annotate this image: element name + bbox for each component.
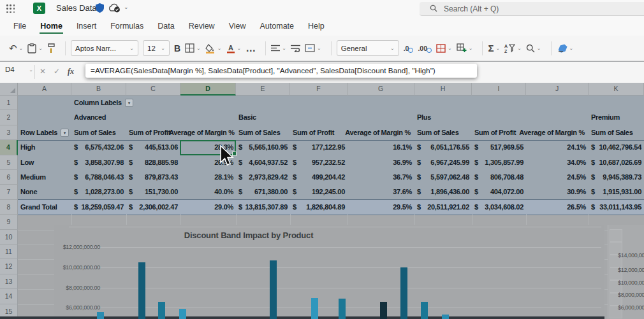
pivot-cell-H6[interactable]: $5,597,062.48 <box>414 170 472 185</box>
bold-button[interactable]: B <box>174 43 180 53</box>
column-header-I[interactable]: I <box>472 83 526 96</box>
column-header-D[interactable]: D <box>180 83 236 96</box>
row-header-10[interactable]: 10 <box>0 230 18 245</box>
find-button[interactable]: ⌄ <box>526 44 541 53</box>
pivot-cell-J5[interactable]: 34.0% <box>526 155 589 170</box>
pivot-cell-B5[interactable]: $3,858,307.98 <box>71 155 126 170</box>
font-color-button[interactable]: A ⌄ <box>226 43 242 53</box>
pivot-cell-I6[interactable]: $806,708.48 <box>472 170 526 185</box>
pivot-cell-E8[interactable]: $13,815,307.89 <box>236 200 290 215</box>
pivot-cell-E7[interactable]: $671,380.00 <box>236 185 290 199</box>
cancel-icon[interactable]: ✕ <box>40 67 46 76</box>
column-header-J[interactable]: J <box>526 83 589 96</box>
column-header-C[interactable]: C <box>126 83 180 96</box>
format-painter-button[interactable] <box>47 43 55 53</box>
more-font-options-button[interactable]: … <box>245 43 256 54</box>
document-title[interactable]: Sales Data <box>56 3 97 13</box>
pivot-cell-K5[interactable]: $10,687,026.69 <box>589 155 644 170</box>
pivot-cell-G7[interactable]: 37.6% <box>348 185 414 199</box>
chart-bar[interactable] <box>270 260 277 319</box>
menu-home[interactable]: Home <box>33 17 70 36</box>
column-header-A[interactable]: A <box>18 83 71 96</box>
menu-data[interactable]: Data <box>150 17 181 36</box>
row-header-3[interactable]: 3 <box>0 125 18 140</box>
search-box[interactable]: Search (Alt + Q) <box>420 2 644 16</box>
pivot-cell-F6[interactable]: $499,204.42 <box>290 170 348 185</box>
autosum-button[interactable]: Σ⌄ <box>488 43 500 53</box>
filter-dropdown-icon[interactable]: ▾ <box>61 129 69 137</box>
pivot-cell-J8[interactable]: 26.5% <box>526 200 589 215</box>
number-format-select[interactable]: General⌄ <box>337 40 399 56</box>
formula-input[interactable]: =AVERAGE(SalesData[Margin %], SalesData[… <box>85 64 477 78</box>
pivot-cell-F4[interactable]: $177,122.95 <box>290 140 348 155</box>
pivot-cell-D6[interactable]: 28.1% <box>180 170 236 185</box>
row-header-12[interactable]: 12 <box>0 259 18 274</box>
chart-bar[interactable] <box>421 302 428 319</box>
pivot-cell-E6[interactable]: $2,973,829.42 <box>236 170 290 185</box>
pivot-cell-F5[interactable]: $957,232.52 <box>290 155 348 170</box>
pivot-cell-J4[interactable]: 24.1% <box>526 140 589 155</box>
pivot-cell-E4[interactable]: $5,565,160.95 <box>236 140 290 155</box>
decrease-decimal-button[interactable]: .0 <box>404 45 414 52</box>
column-header-E[interactable]: E <box>236 83 290 96</box>
pivot-cell-G8[interactable]: 29.5% <box>348 200 414 215</box>
chart-bar[interactable] <box>400 267 407 319</box>
menu-insert[interactable]: Insert <box>70 17 103 36</box>
pivot-cell-D7[interactable]: 40.0% <box>180 185 236 199</box>
chart-bar[interactable] <box>138 262 145 319</box>
menu-view[interactable]: View <box>222 17 253 36</box>
column-header-H[interactable]: H <box>414 83 472 96</box>
menu-review[interactable]: Review <box>182 17 222 36</box>
cloud-saved-icon[interactable] <box>108 3 121 15</box>
undo-button[interactable]: ↶⌄ <box>9 43 23 54</box>
pivot-row-label-grand-total[interactable]: Grand Total <box>20 200 57 215</box>
pivot-cell-J7[interactable]: 30.9% <box>526 185 589 199</box>
pivot-row-label-none[interactable]: None <box>20 185 37 199</box>
pivot-cell-C4[interactable]: $445,513.06 <box>126 140 180 155</box>
enter-icon[interactable]: ✓ <box>54 67 60 76</box>
insert-cells-button[interactable]: ⌄ <box>457 43 473 53</box>
pivot-cell-H5[interactable]: $6,967,245.99 <box>414 155 472 170</box>
sensitivity-shield-icon[interactable] <box>96 3 104 15</box>
pivot-cell-G5[interactable]: 36.9% <box>348 155 414 170</box>
pivot-cell-C5[interactable]: $828,885.98 <box>126 155 180 170</box>
pivot-cell-H7[interactable]: $1,896,436.00 <box>414 185 472 199</box>
row-header-13[interactable]: 13 <box>0 274 18 289</box>
column-header-G[interactable]: G <box>348 83 414 96</box>
chart-bar[interactable] <box>158 302 165 319</box>
pivot-cell-I4[interactable]: $517,969.55 <box>472 140 526 155</box>
pivot-cell-C8[interactable]: $2,306,002.47 <box>126 200 180 215</box>
pivot-cell-F7[interactable]: $192,245.00 <box>290 185 348 199</box>
pivot-cell-F8[interactable]: $1,826,804.89 <box>290 200 348 215</box>
pivot-cell-C7[interactable]: $151,730.00 <box>126 185 180 199</box>
pivot-cell-I5[interactable]: $1,305,857.99 <box>472 155 526 170</box>
font-name-select[interactable]: Aptos Narr...⌄ <box>71 40 138 56</box>
menu-automate[interactable]: Automate <box>253 17 302 36</box>
column-header-F[interactable]: F <box>290 83 348 96</box>
name-box[interactable]: D4⌄ <box>5 66 33 73</box>
pivot-cell-J6[interactable]: 24.5% <box>526 170 589 185</box>
row-header-5[interactable]: 5 <box>0 155 18 170</box>
pivot-row-label-low[interactable]: Low <box>20 155 34 170</box>
column-header-B[interactable]: B <box>71 83 126 96</box>
pivot-cell-K6[interactable]: $9,945,389.73 <box>589 170 644 185</box>
menu-help[interactable]: Help <box>301 17 332 36</box>
fill-color-button[interactable]: ⌄ <box>205 43 222 53</box>
row-header-4[interactable]: 4 <box>0 140 18 155</box>
paste-button[interactable]: ⌄ <box>27 43 43 53</box>
pivot-cell-B4[interactable]: $6,575,432.06 <box>71 140 126 155</box>
merge-cells-button[interactable]: ⌄ <box>305 44 321 52</box>
pivot-column-labels-cell[interactable]: Column Labels▾ <box>74 96 133 110</box>
pivot-cell-E5[interactable]: $4,604,937.52 <box>236 155 290 170</box>
pivot-cell-B6[interactable]: $6,788,046.43 <box>71 170 126 185</box>
pivot-cell-K7[interactable]: $1,915,931.00 <box>589 185 644 199</box>
pivot-cell-K8[interactable]: $33,011,143.95 <box>589 200 644 215</box>
chart-bar[interactable] <box>311 298 318 319</box>
pivot-cell-D8[interactable]: 29.0% <box>180 200 236 215</box>
align-button[interactable]: ⌄ <box>271 45 286 52</box>
pivot-cell-B8[interactable]: $18,259,059.47 <box>71 200 126 215</box>
chart-bar[interactable] <box>179 309 186 319</box>
row-header-11[interactable]: 11 <box>0 245 18 259</box>
chart-bar[interactable] <box>339 299 346 319</box>
column-header-K[interactable]: K <box>589 83 644 96</box>
